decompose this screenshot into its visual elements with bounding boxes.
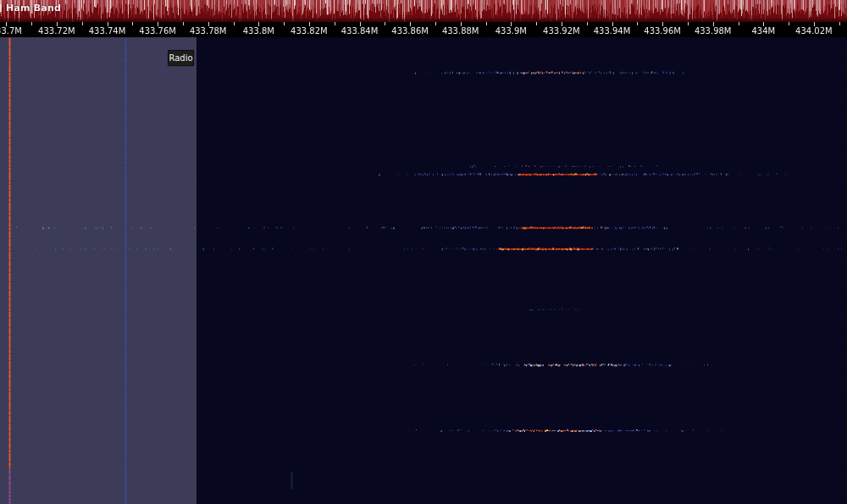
freq-tick-label: 433.92M — [543, 26, 580, 36]
spectrum-waterfall-canvas[interactable] — [0, 0, 847, 504]
freq-tick-label: 433.94M — [594, 26, 631, 36]
freq-tick-label: 433.76M — [139, 26, 176, 36]
freq-tick-label: 434.02M — [795, 26, 833, 36]
freq-tick-label: 433.82M — [291, 26, 328, 36]
frequency-scale[interactable]: 433.7M433.72M433.74M433.76M433.78M433.8M… — [0, 22, 847, 37]
freq-tick-label: 433.88M — [442, 26, 479, 36]
freq-tick-label: 433.96M — [644, 26, 681, 36]
freq-tick-label: 433.74M — [89, 26, 126, 36]
vfo-label[interactable]: Radio — [168, 50, 194, 66]
freq-tick-label: 433.7M — [0, 26, 22, 36]
freq-tick-label: 433.8M — [243, 26, 274, 36]
freq-tick-label: 433.98M — [695, 26, 732, 36]
freq-tick-label: 433.72M — [38, 26, 75, 36]
freq-tick-label: 433.78M — [190, 26, 227, 36]
sdr-waterfall-screen: Ham Band 433.7M433.72M433.74M433.76M433.… — [0, 0, 847, 504]
freq-tick-label: 434M — [751, 26, 775, 36]
freq-tick-label: 433.86M — [391, 26, 429, 36]
freq-tick-label: 433.9M — [495, 26, 527, 36]
freq-tick-label: 433.84M — [341, 26, 379, 36]
band-label-cutoff-fragment — [0, 4, 2, 12]
